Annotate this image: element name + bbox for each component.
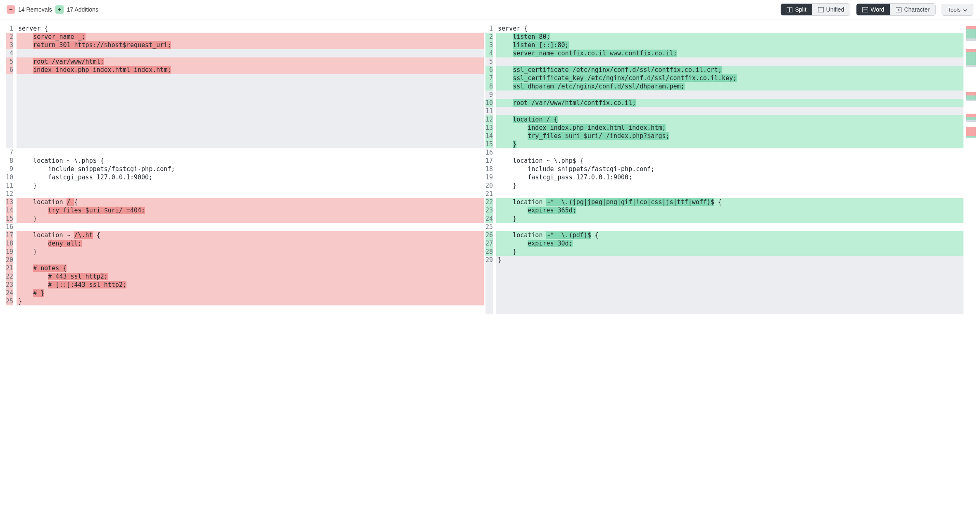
chevron-down-icon (963, 7, 967, 13)
code-line[interactable]: include snippets/fastcgi-php.conf; (17, 165, 484, 173)
minimap-segment[interactable] (966, 117, 976, 120)
code-line[interactable]: } (496, 181, 963, 190)
left-code[interactable]: server { server_name _; return 301 https… (17, 24, 484, 314)
diff-minimap[interactable] (966, 24, 976, 314)
code-line[interactable]: location / { (496, 115, 963, 124)
code-line[interactable]: } (17, 248, 484, 256)
minimap-segment[interactable] (966, 52, 976, 65)
code-line[interactable] (17, 140, 484, 148)
code-line[interactable]: } (496, 256, 963, 264)
code-line[interactable]: return 301 https://$host$request_uri; (17, 41, 484, 49)
minimap-segment[interactable] (966, 29, 976, 38)
code-line[interactable]: expires 30d; (496, 239, 963, 248)
minimap-segment[interactable] (966, 114, 976, 117)
code-line[interactable]: fastcgi_pass 127.0.0.1:9000; (496, 173, 963, 181)
minimap-segment[interactable] (966, 136, 976, 138)
code-line[interactable] (496, 281, 963, 289)
code-line[interactable] (17, 132, 484, 140)
code-line[interactable]: listen [::]:80; (496, 41, 963, 49)
code-line[interactable]: index index.php index.html index.htm; (17, 66, 484, 74)
right-panel: 1234567891011121314151617181920212223242… (484, 24, 963, 314)
minimap-segment[interactable] (966, 26, 976, 29)
code-line[interactable]: ssl_certificate /etc/nginx/conf.d/ssl/co… (496, 66, 963, 74)
minimap-segment[interactable] (966, 67, 976, 92)
code-line[interactable]: root /var/www/html/contfix.co.il; (496, 99, 963, 107)
code-line[interactable] (496, 57, 963, 66)
right-code[interactable]: server { listen 80; listen [::]:80; serv… (496, 24, 963, 314)
minimap-segment[interactable] (966, 122, 976, 127)
code-line[interactable] (496, 305, 963, 314)
code-line[interactable]: listen 80; (496, 33, 963, 41)
code-line[interactable] (17, 148, 484, 157)
code-line[interactable]: location ~ \.php$ { (496, 157, 963, 165)
word-granularity-button[interactable]: Word (856, 4, 890, 15)
code-line[interactable]: root /var/www/html; (17, 57, 484, 66)
line-number: 7 (485, 74, 493, 82)
code-line[interactable]: server_name _; (17, 33, 484, 41)
code-line[interactable]: server { (496, 24, 963, 33)
code-line[interactable] (496, 91, 963, 99)
code-line[interactable] (17, 49, 484, 57)
tools-button[interactable]: Tools (942, 4, 973, 16)
code-line[interactable] (17, 91, 484, 99)
line-number: 9 (6, 165, 13, 173)
code-line[interactable]: include snippets/fastcgi-php.conf; (496, 165, 963, 173)
code-line[interactable]: ssl_certificate_key /etc/nginx/conf.d/ss… (496, 74, 963, 82)
code-line[interactable] (496, 289, 963, 297)
code-line[interactable]: } (17, 297, 484, 305)
code-line[interactable]: try_files $uri $uri/ /index.php?$args; (496, 132, 963, 140)
line-number: 27 (485, 239, 493, 248)
code-line[interactable]: index index.php index.html index.htm; (496, 124, 963, 132)
code-line[interactable]: location ~ /\.ht { (17, 231, 484, 239)
character-granularity-button[interactable]: A Character (890, 4, 935, 15)
code-line[interactable] (496, 223, 963, 231)
code-line[interactable]: location ~ \.php$ { (17, 157, 484, 165)
line-number: 20 (6, 256, 13, 264)
unified-view-button[interactable]: Unified (812, 4, 850, 15)
additions-label: Additions (74, 6, 98, 13)
code-line[interactable] (496, 264, 963, 272)
code-line[interactable] (17, 223, 484, 231)
code-line[interactable]: # [::]:443 ssl http2; (17, 281, 484, 289)
code-line[interactable] (17, 256, 484, 264)
code-line[interactable]: try_files $uri $uri/ =404; (17, 206, 484, 214)
line-number: 14 (485, 132, 493, 140)
code-line[interactable]: deny all; (17, 239, 484, 248)
minimap-segment[interactable] (966, 95, 976, 100)
line-number: 22 (6, 272, 13, 281)
line-number: 20 (485, 181, 493, 190)
code-line[interactable]: } (17, 214, 484, 223)
code-line[interactable]: } (496, 140, 963, 148)
code-line[interactable] (17, 124, 484, 132)
code-line[interactable]: location ~* \.(jpg|jpeg|png|gif|ico|css|… (496, 198, 963, 206)
minimap-segment[interactable] (966, 41, 976, 49)
code-line[interactable] (17, 82, 484, 91)
code-line[interactable]: # 443 ssl http2; (17, 272, 484, 281)
minimap-segment[interactable] (966, 92, 976, 95)
split-view-button[interactable]: Split (781, 4, 812, 15)
code-line[interactable]: # } (17, 289, 484, 297)
code-line[interactable]: } (17, 181, 484, 190)
code-line[interactable] (496, 190, 963, 198)
code-line[interactable]: # notes { (17, 264, 484, 272)
code-line[interactable]: } (496, 248, 963, 256)
code-line[interactable]: location / { (17, 198, 484, 206)
code-line[interactable]: } (496, 214, 963, 223)
code-line[interactable] (496, 297, 963, 305)
code-line[interactable]: fastcgi_pass 127.0.0.1:9000; (17, 173, 484, 181)
code-line[interactable]: expires 365d; (496, 206, 963, 214)
code-line[interactable] (496, 148, 963, 157)
code-line[interactable] (17, 107, 484, 115)
minimap-segment[interactable] (966, 101, 976, 114)
minimap-segment[interactable] (966, 127, 976, 136)
code-line[interactable] (496, 107, 963, 115)
code-line[interactable] (496, 272, 963, 281)
code-line[interactable]: server_name contfix.co.il www.contfix.co… (496, 49, 963, 57)
code-line[interactable] (17, 115, 484, 124)
code-line[interactable] (17, 99, 484, 107)
code-line[interactable] (17, 190, 484, 198)
code-line[interactable]: server { (17, 24, 484, 33)
code-line[interactable]: ssl_dhparam /etc/nginx/conf.d/ssl/dhpara… (496, 82, 963, 91)
code-line[interactable]: location ~* \.(pdf)$ { (496, 231, 963, 239)
code-line[interactable] (17, 74, 484, 82)
